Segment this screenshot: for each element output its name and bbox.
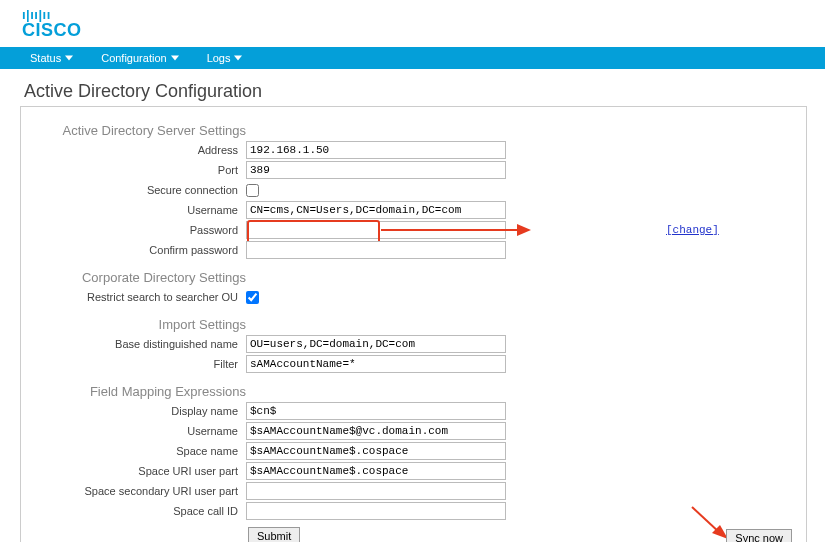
nav-logs-label: Logs: [207, 52, 231, 64]
nav-configuration[interactable]: Configuration: [101, 52, 178, 64]
svg-marker-2: [234, 56, 242, 61]
cisco-logo-text: CISCO: [22, 21, 825, 39]
filter-input[interactable]: [246, 355, 506, 373]
chevron-down-icon: [234, 54, 242, 62]
nav-configuration-label: Configuration: [101, 52, 166, 64]
nav-bar: Status Configuration Logs: [0, 47, 825, 69]
sync-now-button[interactable]: Sync now: [726, 529, 792, 542]
svg-marker-4: [517, 224, 531, 236]
nav-logs[interactable]: Logs: [207, 52, 243, 64]
space-uri2-label: Space secondary URI user part: [21, 485, 246, 497]
cisco-logo: ı|ıı|ıı CISCO: [0, 0, 825, 43]
page-title: Active Directory Configuration: [0, 69, 825, 106]
svg-marker-0: [65, 56, 73, 61]
content-panel: Active Directory Server Settings Address…: [20, 106, 807, 542]
map-username-input[interactable]: [246, 422, 506, 440]
basedn-label: Base distinguished name: [21, 338, 246, 350]
space-uri-input[interactable]: [246, 462, 506, 480]
ad-username-input[interactable]: [246, 201, 506, 219]
space-callid-label: Space call ID: [21, 505, 246, 517]
basedn-input[interactable]: [246, 335, 506, 353]
cisco-logo-bars: ı|ıı|ıı: [22, 8, 825, 21]
address-label: Address: [21, 144, 246, 156]
section-server-title: Active Directory Server Settings: [21, 117, 246, 140]
map-username-label: Username: [21, 425, 246, 437]
space-name-label: Space name: [21, 445, 246, 457]
section-corp-title: Corporate Directory Settings: [21, 264, 246, 287]
chevron-down-icon: [65, 54, 73, 62]
restrict-label: Restrict search to searcher OU: [21, 291, 246, 303]
nav-status[interactable]: Status: [30, 52, 73, 64]
password-input[interactable]: [246, 221, 506, 239]
secure-label: Secure connection: [21, 184, 246, 196]
section-mapping-title: Field Mapping Expressions: [21, 378, 246, 401]
display-name-label: Display name: [21, 405, 246, 417]
submit-button[interactable]: Submit: [248, 527, 300, 542]
space-uri-label: Space URI user part: [21, 465, 246, 477]
nav-status-label: Status: [30, 52, 61, 64]
port-label: Port: [21, 164, 246, 176]
chevron-down-icon: [171, 54, 179, 62]
space-uri2-input[interactable]: [246, 482, 506, 500]
confirm-password-label: Confirm password: [21, 244, 246, 256]
secure-checkbox[interactable]: [246, 184, 259, 197]
password-label: Password: [21, 224, 246, 236]
ad-username-label: Username: [21, 204, 246, 216]
space-callid-input[interactable]: [246, 502, 506, 520]
filter-label: Filter: [21, 358, 246, 370]
section-import-title: Import Settings: [21, 311, 246, 334]
change-password-link[interactable]: [change]: [666, 224, 719, 236]
svg-marker-1: [171, 56, 179, 61]
space-name-input[interactable]: [246, 442, 506, 460]
address-input[interactable]: [246, 141, 506, 159]
restrict-checkbox[interactable]: [246, 291, 259, 304]
port-input[interactable]: [246, 161, 506, 179]
display-name-input[interactable]: [246, 402, 506, 420]
confirm-password-input[interactable]: [246, 241, 506, 259]
